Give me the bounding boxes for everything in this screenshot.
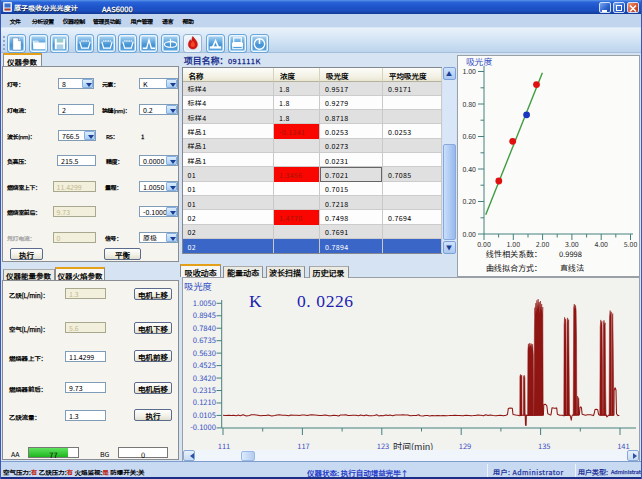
svg-text:直线法: 直线法 [560,262,584,273]
svg-text:0.40: 0.40 [462,164,476,174]
svg-text:5.00: 5.00 [624,239,638,249]
svg-text:曲线拟合方式：: 曲线拟合方式： [486,262,542,273]
svg-text:0.0105: 0.0105 [193,409,216,420]
svg-text:0.80: 0.80 [462,99,476,109]
svg-text:4.00: 4.00 [594,239,608,249]
svg-text:0.6735: 0.6735 [193,334,216,345]
svg-text:1.00: 1.00 [462,66,476,76]
svg-text:0.3420: 0.3420 [193,372,216,383]
svg-text:0.1210: 0.1210 [193,396,216,407]
svg-text:0. 0226: 0. 0226 [297,291,354,311]
svg-text:K: K [249,291,262,311]
svg-text:0.00: 0.00 [462,229,476,239]
svg-text:1.0050: 1.0050 [193,297,216,308]
svg-text:吸光度: 吸光度 [184,279,212,293]
svg-text:0.7840: 0.7840 [193,322,216,333]
svg-text:0.8945: 0.8945 [193,309,216,320]
svg-text:线性相关系数：: 线性相关系数： [486,248,542,259]
svg-text:0.2315: 0.2315 [193,384,216,395]
svg-text:0.9998: 0.9998 [559,248,582,259]
svg-text:0.4525: 0.4525 [193,359,216,370]
svg-text:0.5630: 0.5630 [193,347,216,358]
svg-text:0.20: 0.20 [462,196,476,206]
svg-text:0.60: 0.60 [462,131,476,141]
svg-text:-0.1000: -0.1000 [190,421,216,432]
